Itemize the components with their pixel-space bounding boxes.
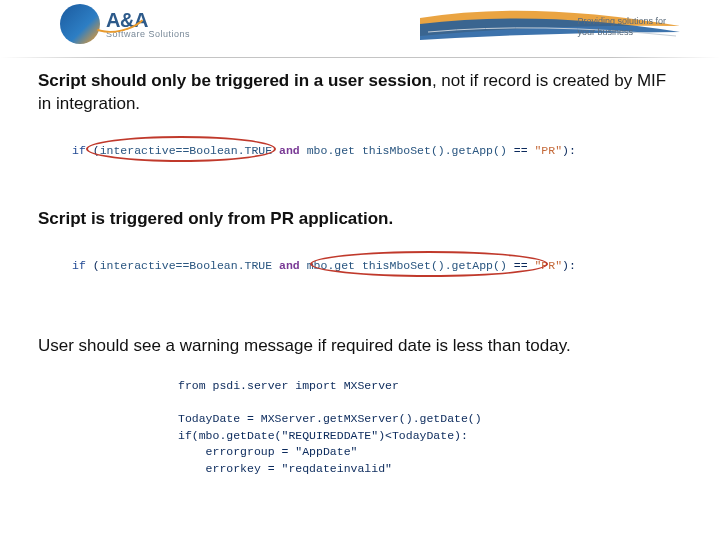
content-area: Script should only be triggered in a use… [0, 58, 720, 478]
paragraph-3: User should see a warning message if req… [38, 335, 682, 358]
tagline: Providing solutions for your business [577, 16, 666, 38]
paragraph-2-text: Script is triggered only from PR applica… [38, 209, 393, 228]
paragraph-1-bold: Script should only be triggered in a use… [38, 71, 432, 90]
paragraph-3-text: User should see a warning message if req… [38, 336, 571, 355]
code-block: from psdi.server import MXServer TodayDa… [178, 378, 682, 478]
page-header: A&A Software Solutions Providing solutio… [0, 0, 720, 58]
paragraph-1: Script should only be triggered in a use… [38, 70, 682, 116]
globe-icon [60, 4, 100, 44]
header-divider [0, 57, 720, 58]
company-logo: A&A Software Solutions [60, 4, 190, 44]
code-snippet-1: if (interactive==Boolean.TRUE and mbo.ge… [72, 138, 592, 164]
tagline-line-1: Providing solutions for [577, 16, 666, 27]
paragraph-2: Script is triggered only from PR applica… [38, 208, 682, 231]
code-1-text: if (interactive==Boolean.TRUE and mbo.ge… [72, 144, 576, 157]
code-2-text: if (interactive==Boolean.TRUE and mbo.ge… [72, 259, 576, 272]
tagline-line-2: your business [577, 27, 666, 38]
code-snippet-2: if (interactive==Boolean.TRUE and mbo.ge… [72, 253, 592, 279]
